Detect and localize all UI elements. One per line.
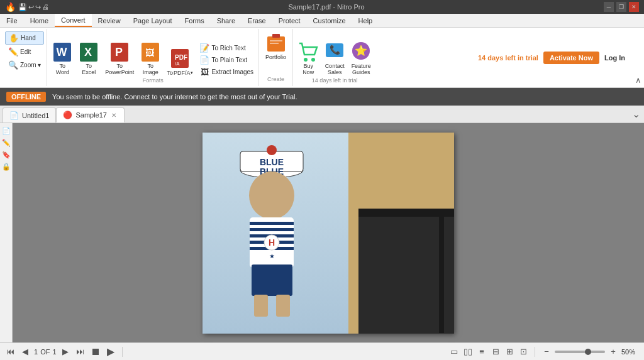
status-bar: ⏮ ◀ 1 OF 1 ▶ ⏭ ⏹ ▶ ▭ ▯▯ ≡ ⊟ ⊞ ⊡ − + 50% xyxy=(0,342,644,360)
zoom-slider[interactable] xyxy=(555,351,605,353)
restore-button[interactable]: ❐ xyxy=(616,2,626,12)
spread-view[interactable]: ⊟ xyxy=(489,346,502,358)
save-icon[interactable]: 💾 xyxy=(18,3,27,11)
continuous-view[interactable]: ≡ xyxy=(475,346,488,358)
feature-icon: ⭐ xyxy=(351,42,371,62)
menu-share[interactable]: Share xyxy=(211,14,242,27)
tab-bar: 📄 Untitled1 🔴 Sample17 ✕ ⌄ xyxy=(0,106,644,123)
zoom-in-button[interactable]: + xyxy=(607,346,619,358)
svg-rect-28 xyxy=(250,222,294,225)
buy-now-button[interactable]: BuyNow xyxy=(296,41,321,77)
feature-guides-button[interactable]: ⭐ FeatureGuides xyxy=(348,41,374,77)
menu-customize[interactable]: Customize xyxy=(307,14,352,27)
svg-rect-29 xyxy=(250,228,294,231)
svg-text:⭐: ⭐ xyxy=(355,45,367,57)
menu-file[interactable]: File xyxy=(0,14,24,27)
to-word-button[interactable]: W ToWord xyxy=(50,41,75,77)
sidebar-bookmarks-button[interactable]: 🔖 xyxy=(1,150,11,160)
hand-icon: ✋ xyxy=(9,33,19,43)
svg-point-23 xyxy=(267,145,277,155)
single-page-view[interactable]: ▭ xyxy=(448,346,460,358)
tab-scroll-right[interactable]: ⌄ xyxy=(628,108,644,120)
tab-untitled1[interactable]: 📄 Untitled1 xyxy=(3,107,56,123)
menu-page-layout[interactable]: Page Layout xyxy=(127,14,179,27)
svg-text:X: X xyxy=(84,46,92,58)
edit-tool-button[interactable]: ✏️ Edit xyxy=(5,46,44,58)
rich-text-icon: 📝 xyxy=(199,43,209,53)
redo-icon[interactable]: ↪ xyxy=(35,3,41,11)
extract-images-button[interactable]: 🖼 Extract Images xyxy=(197,66,256,77)
menu-erase[interactable]: Erase xyxy=(242,14,272,27)
contact-sales-button[interactable]: 📞 ContactSales xyxy=(322,41,347,77)
separator-2 xyxy=(535,347,535,357)
title-bar: 🔥 💾 ↩ ↪ 🖨 Sample17.pdf - Nitro Pro ─ ❐ ✕ xyxy=(0,0,644,14)
svg-text:★: ★ xyxy=(269,253,275,259)
svg-rect-13 xyxy=(270,40,282,41)
portfolio-button[interactable]: Portfolio xyxy=(263,31,289,62)
offline-banner: OFFLINE You seem to be offline. Connect … xyxy=(0,88,644,106)
page-info: 1 OF 1 xyxy=(34,348,57,356)
portfolio-icon xyxy=(266,33,286,53)
scroll-view[interactable]: ⊞ xyxy=(503,346,516,358)
menu-help[interactable]: Help xyxy=(352,14,379,27)
sidebar-edit-button[interactable]: ✏️ xyxy=(1,138,11,148)
svg-rect-12 xyxy=(272,34,280,38)
zoom-out-button[interactable]: − xyxy=(540,346,553,358)
tab-untitled1-icon: 📄 xyxy=(9,111,19,120)
svg-text:H: H xyxy=(269,237,275,248)
tab-sample17-close[interactable]: ✕ xyxy=(110,111,118,119)
to-excel-icon: X xyxy=(79,42,99,62)
svg-rect-36 xyxy=(252,265,292,296)
to-excel-button[interactable]: X ToExcel xyxy=(76,41,101,77)
ribbon: ✋ Hand ✏️ Edit 🔍 Zoom ▾ W ToWord xyxy=(0,28,644,88)
menu-forms[interactable]: Forms xyxy=(178,14,210,27)
svg-text:PDF: PDF xyxy=(175,54,187,61)
first-page-button[interactable]: ⏮ xyxy=(4,346,16,358)
zoom-icon: 🔍 xyxy=(8,60,18,70)
thumbnail-view[interactable]: ⊡ xyxy=(517,346,530,358)
pdf-content-area[interactable]: BLUE BLUE H ★ xyxy=(13,123,644,342)
window-title: Sample17.pdf - Nitro Pro xyxy=(49,3,604,11)
last-page-button[interactable]: ⏭ xyxy=(74,346,87,358)
activate-now-button[interactable]: Activate Now xyxy=(543,52,599,64)
pdf-page: BLUE BLUE H ★ xyxy=(203,133,454,334)
zoom-tool-button[interactable]: 🔍 Zoom ▾ xyxy=(5,59,44,71)
trial-area: 14 days left in trial Activate Now Log I… xyxy=(478,28,625,87)
hand-tool-button[interactable]: ✋ Hand xyxy=(5,31,44,45)
log-in-button[interactable]: Log In xyxy=(604,54,625,62)
small-convert-buttons: 📝 To Rich Text 📄 To Plain Text 🖼 Extract… xyxy=(197,42,256,77)
svg-text:/A: /A xyxy=(175,61,180,67)
menu-protect[interactable]: Protect xyxy=(272,14,307,27)
print-icon[interactable]: 🖨 xyxy=(42,3,49,11)
play-button[interactable]: ▶ xyxy=(104,346,117,358)
stop-button[interactable]: ⏹ xyxy=(89,346,102,358)
prev-page-button[interactable]: ◀ xyxy=(19,346,31,358)
plain-text-icon: 📄 xyxy=(199,55,209,65)
close-button[interactable]: ✕ xyxy=(629,2,639,12)
zoom-area: − + 50% xyxy=(540,346,640,358)
ribbon-collapse-button[interactable]: ∧ xyxy=(635,75,641,85)
to-rich-text-button[interactable]: 📝 To Rich Text xyxy=(197,42,256,53)
to-image-button[interactable]: 🖼 ToImage xyxy=(138,41,163,77)
menu-review[interactable]: Review xyxy=(92,14,127,27)
minimize-button[interactable]: ─ xyxy=(604,2,614,12)
extract-icon: 🖼 xyxy=(199,67,209,77)
menu-convert[interactable]: Convert xyxy=(55,14,92,27)
facing-view[interactable]: ▯▯ xyxy=(462,346,474,358)
menu-home[interactable]: Home xyxy=(24,14,55,27)
sidebar-pages-button[interactable]: 📄 xyxy=(1,126,11,136)
next-page-button[interactable]: ▶ xyxy=(59,346,72,358)
convert-formats-group: W ToWord X ToExcel P xyxy=(47,29,259,86)
svg-point-26 xyxy=(249,172,294,219)
quick-access-toolbar[interactable]: 💾 ↩ ↪ 🖨 xyxy=(18,3,49,11)
to-plain-text-button[interactable]: 📄 To Plain Text xyxy=(197,54,256,65)
svg-text:P: P xyxy=(115,46,123,58)
to-powerpoint-button[interactable]: P ToPowerPoint xyxy=(103,41,136,77)
separator-1 xyxy=(122,347,123,357)
sidebar-security-button[interactable]: 🔒 xyxy=(1,161,11,172)
tab-sample17[interactable]: 🔴 Sample17 ✕ xyxy=(56,107,125,123)
to-pdfa-button[interactable]: PDF /A To PDF/A ▾ xyxy=(164,47,196,77)
undo-icon[interactable]: ↩ xyxy=(28,3,34,11)
svg-rect-14 xyxy=(270,43,279,44)
zoom-thumb xyxy=(585,349,591,355)
